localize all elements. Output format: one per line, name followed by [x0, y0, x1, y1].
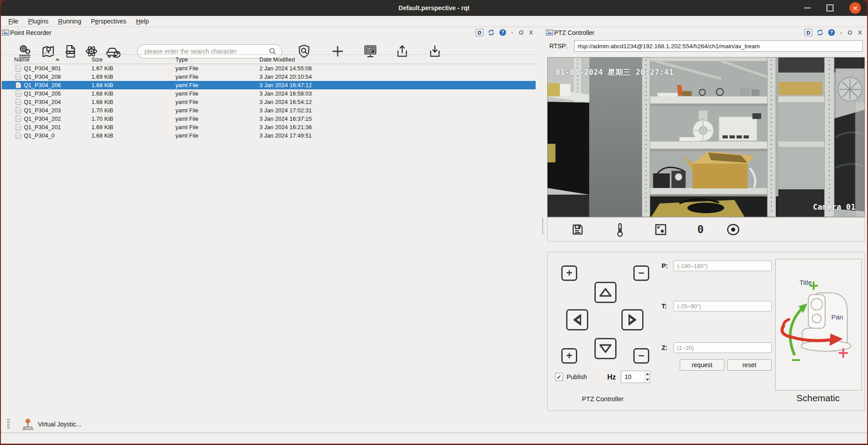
- reset-button[interactable]: reset: [727, 359, 772, 371]
- file-modified: 3 Jan 2024 16:37:15: [259, 115, 536, 122]
- table-row[interactable]: Q1_P304_204 1.68 KiB yaml File 3 Jan 202…: [13, 98, 536, 106]
- save-snapshot-icon[interactable]: [569, 221, 586, 238]
- file-modified: 3 Jan 2024 16:21:36: [259, 124, 536, 130]
- dock-splitter[interactable]: [541, 27, 545, 414]
- file-size: 1.68 KiB: [91, 99, 175, 105]
- table-row[interactable]: Q1_P304_201 1.69 KiB yaml File 3 Jan 202…: [13, 123, 536, 131]
- publish-label: Publish: [567, 373, 587, 380]
- file-size: 1.70 KiB: [91, 115, 175, 122]
- dock-close-button[interactable]: X: [857, 29, 863, 36]
- dock-close-button[interactable]: X: [528, 29, 534, 36]
- dock-float-button[interactable]: O: [518, 29, 524, 36]
- file-name: Q1_P304_901: [24, 65, 61, 72]
- file-size: 1.67 KiB: [91, 65, 175, 72]
- plugin-icon: [546, 29, 553, 36]
- status-bar: Virtual Joystic...: [1, 416, 867, 433]
- menu-item-file[interactable]: File: [4, 17, 23, 26]
- hz-spin-up[interactable]: [645, 371, 650, 377]
- file-modified: 3 Jan 2024 17:49:51: [259, 132, 536, 139]
- request-button[interactable]: request: [680, 359, 724, 371]
- pan-field[interactable]: [674, 261, 772, 271]
- file-type: yaml File: [175, 99, 259, 105]
- column-header-type[interactable]: Type: [175, 56, 259, 63]
- dock-float-button[interactable]: O: [847, 29, 853, 36]
- help-icon[interactable]: ?: [828, 29, 835, 36]
- zoom-field[interactable]: [674, 342, 772, 353]
- pan-left-button[interactable]: [566, 309, 588, 330]
- table-row[interactable]: Q1_P304_203 1.70 KiB yaml File 3 Jan 202…: [13, 106, 536, 115]
- column-header-name[interactable]: Name: [13, 56, 91, 63]
- publish-checkbox[interactable]: ✓: [555, 373, 563, 381]
- zoom-out-right-button[interactable]: −: [633, 265, 649, 281]
- point-recorder-panel: Point Recorder D ? - O X: [1, 27, 540, 414]
- hz-spinbox[interactable]: [621, 371, 650, 383]
- schematic-caption: Schematic: [775, 393, 861, 403]
- dock-d-icon[interactable]: D: [804, 29, 812, 36]
- close-button[interactable]: ✕: [849, 2, 861, 14]
- menu-item-running[interactable]: Running: [53, 17, 86, 26]
- panel-title: Point Recorder: [10, 29, 51, 36]
- schematic-tilt-label: Title: [799, 279, 812, 286]
- ptz-header: PTZ Controller D ? - O X: [545, 27, 867, 38]
- column-header-modified[interactable]: Date Modified: [259, 56, 536, 63]
- tilt-field[interactable]: [674, 301, 772, 311]
- video-toolbar: 0: [547, 217, 865, 242]
- file-name: Q1_P304_202: [24, 115, 61, 122]
- column-header-size[interactable]: Size: [91, 56, 175, 63]
- file-type: yaml File: [175, 115, 259, 122]
- file-type: yaml File: [175, 73, 259, 80]
- dock-d-icon[interactable]: D: [476, 29, 483, 36]
- rtsp-input[interactable]: [574, 40, 863, 52]
- reload-icon[interactable]: [487, 29, 495, 36]
- pan-right-button[interactable]: [621, 309, 643, 330]
- table-header: Name Size Type Date Modified: [13, 55, 536, 64]
- dock-minimize-button[interactable]: -: [510, 29, 514, 36]
- file-modified: 3 Jan 2024 17:02:31: [259, 107, 536, 114]
- focus-out-button[interactable]: −: [633, 348, 649, 364]
- hz-spin-down[interactable]: [645, 377, 650, 383]
- file-type: yaml File: [175, 65, 259, 72]
- maximize-button[interactable]: [826, 4, 834, 12]
- menu-item-help[interactable]: Help: [131, 17, 154, 26]
- schematic-pan-label: Pan: [831, 313, 843, 321]
- plugin-icon: [2, 29, 9, 36]
- record-icon[interactable]: [724, 221, 742, 238]
- dock-minimize-button[interactable]: -: [839, 29, 843, 36]
- help-icon[interactable]: ?: [499, 29, 506, 36]
- minimize-button[interactable]: [804, 8, 811, 8]
- virtual-joystick-item[interactable]: Virtual Joystic...: [21, 418, 81, 431]
- table-row[interactable]: Q1_P304_0 1.68 KiB yaml File 3 Jan 2024 …: [13, 131, 536, 140]
- video-camera-label: Camera 01: [813, 203, 856, 211]
- file-modified: 3 Jan 2024 16:54:12: [259, 99, 536, 105]
- hz-input[interactable]: [621, 371, 645, 383]
- table-row[interactable]: Q1_P304_205 1.68 KiB yaml File 3 Jan 202…: [13, 89, 536, 98]
- tilt-field-label: T:: [662, 303, 667, 310]
- ptz-controller-panel: PTZ Controller D ? - O X RTSP:: [545, 27, 867, 414]
- table-row[interactable]: Q1_P304_901 1.67 KiB yaml File 2 Jan 202…: [13, 64, 536, 73]
- table-body: Q1_P304_901 1.67 KiB yaml File 2 Jan 202…: [13, 64, 536, 140]
- thermometer-icon[interactable]: [611, 221, 629, 238]
- title-bar: Default.perspective - rqt ✕: [1, 0, 867, 16]
- tilt-down-button[interactable]: [594, 338, 617, 359]
- tilt-up-button[interactable]: [594, 282, 617, 303]
- reload-icon[interactable]: [816, 29, 824, 36]
- focus-in-button[interactable]: +: [561, 348, 577, 364]
- table-row[interactable]: Q1_P304_202 1.70 KiB yaml File 3 Jan 202…: [13, 115, 536, 123]
- point-recorder-header: Point Recorder D ? - O X: [1, 27, 540, 38]
- joystick-label: Virtual Joystic...: [38, 421, 81, 428]
- svg-text:?: ?: [501, 30, 504, 35]
- table-row[interactable]: Q1_P304_206 1.68 KiB yaml File 3 Jan 202…: [13, 81, 536, 89]
- zoom-in-left-button[interactable]: +: [561, 265, 577, 281]
- file-size: 1.70 KiB: [91, 107, 175, 114]
- camera-feed: 01-03-2024 星期三 20:27:41 Camera 01: [547, 57, 865, 217]
- table-row[interactable]: Q1_P304_208 1.69 KiB yaml File 3 Jan 202…: [13, 73, 536, 81]
- yaml-file-row-icon: [15, 82, 21, 88]
- rqt-window: Default.perspective - rqt ✕ FilePluginsR…: [1, 0, 867, 444]
- fullscreen-icon[interactable]: [652, 221, 670, 238]
- menu-item-plugins[interactable]: Plugins: [23, 17, 53, 26]
- statusbar-grip[interactable]: [7, 418, 10, 430]
- menu-item-perspectives[interactable]: Perspectives: [86, 17, 131, 26]
- yaml-file-row-icon: [15, 124, 21, 130]
- file-type: yaml File: [175, 90, 259, 97]
- window-title: Default.perspective - rqt: [399, 4, 469, 12]
